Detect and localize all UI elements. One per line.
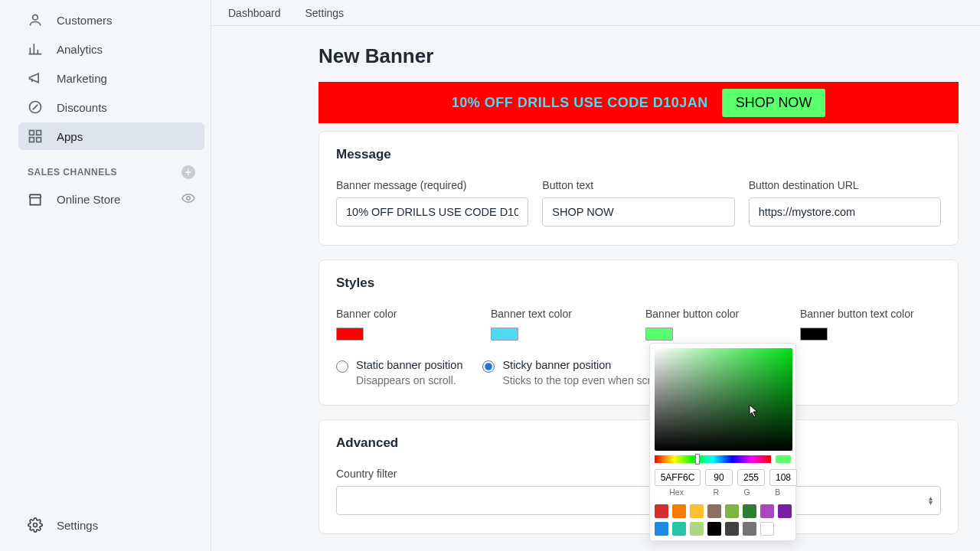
sticky-position-input[interactable] [482,360,495,373]
button-color-label: Banner button color [645,308,786,320]
r-label: R [703,487,729,497]
message-card: Message Banner message (required) Button… [318,131,959,246]
banner-preview-button[interactable]: SHOP NOW [722,89,826,117]
preset-swatch[interactable] [655,522,668,536]
sidebar-item-marketing[interactable]: Marketing [18,64,204,92]
tab-dashboard[interactable]: Dashboard [228,7,281,19]
chart-icon [28,41,43,57]
preset-swatch[interactable] [707,504,721,518]
hex-label: Hex [655,487,698,497]
static-position-input[interactable] [336,360,348,373]
online-store-label: Online Store [57,193,120,206]
megaphone-icon [28,70,43,86]
sidebar-item-label: Analytics [57,43,103,56]
hex-input[interactable] [655,469,701,486]
color-picker-gradient[interactable] [655,348,792,451]
preset-swatch[interactable] [672,522,686,536]
sidebar-item-label: Apps [57,130,83,143]
g-label: G [733,487,760,497]
banner-color-label: Banner color [336,308,477,320]
add-sales-channel-button[interactable]: + [181,165,195,179]
advanced-card-title: Advanced [336,435,941,451]
sidebar-item-analytics[interactable]: Analytics [18,35,204,63]
sidebar-online-store[interactable]: Online Store [18,185,204,214]
sidebar-item-label: Discounts [57,101,107,114]
sales-channels-label: SALES CHANNELS [28,167,117,178]
styles-card-title: Styles [336,276,941,291]
static-position-sub: Disappears on scroll. [356,374,462,386]
text-color-swatch[interactable] [491,328,518,341]
sidebar-item-customers[interactable]: Customers [18,6,204,34]
sidebar-item-discounts[interactable]: Discounts [18,93,204,121]
static-position-radio[interactable]: Static banner position Disappears on scr… [336,359,462,386]
page-title: New Banner [318,44,959,68]
g-input[interactable] [737,469,765,486]
b-label: B [765,487,791,497]
banner-preview-message: 10% OFF DRILLS USE CODE D10JAN [452,95,708,111]
settings-label: Settings [57,519,98,532]
preset-swatch[interactable] [760,522,774,536]
styles-card: Styles Banner color Banner text color Ba… [318,259,959,406]
user-icon [28,12,43,28]
chevron-updown-icon: ▴▾ [929,496,933,505]
preset-swatch[interactable] [655,504,668,518]
message-card-title: Message [336,147,941,162]
svg-point-6 [187,197,191,201]
svg-rect-4 [30,138,34,142]
button-url-label: Button destination URL [749,179,941,191]
color-picker[interactable]: Hex R G B [649,343,796,541]
button-text-label: Button text [542,179,734,191]
preset-swatch[interactable] [778,504,792,518]
apps-icon [28,129,43,144]
svg-rect-5 [37,138,41,142]
svg-rect-3 [37,131,41,135]
store-icon [28,192,43,207]
text-color-label: Banner text color [491,308,632,320]
advanced-card: Advanced Country filter ▴▾ [318,419,959,534]
color-preview-swatch [776,455,791,463]
banner-color-swatch[interactable] [336,328,364,341]
banner-message-label: Banner message (required) [336,179,528,191]
preset-swatch[interactable] [743,504,756,518]
cursor-icon [749,404,760,418]
button-text-input[interactable] [542,197,734,227]
preset-swatch[interactable] [725,504,739,518]
preset-swatch[interactable] [743,522,756,536]
button-text-color-swatch[interactable] [800,328,828,341]
static-position-title: Static banner position [356,359,462,371]
preset-swatch[interactable] [760,504,774,518]
button-url-input[interactable] [749,197,941,227]
preset-swatch[interactable] [690,522,704,536]
sidebar-item-label: Customers [57,14,113,27]
preset-swatch[interactable] [707,522,721,536]
banner-message-input[interactable] [336,197,528,227]
hue-thumb[interactable] [695,454,700,465]
svg-point-7 [34,523,38,527]
country-filter-label: Country filter [336,468,941,480]
tab-settings[interactable]: Settings [305,7,345,19]
preset-swatch[interactable] [725,522,739,536]
preset-colors [655,504,791,536]
view-store-icon[interactable] [181,191,195,207]
gear-icon [28,517,43,533]
b-input[interactable] [769,469,797,486]
preset-swatch[interactable] [690,504,704,518]
preset-swatch[interactable] [672,504,686,518]
r-input[interactable] [705,469,733,486]
hue-slider[interactable] [655,455,771,463]
discount-icon [28,99,43,115]
sidebar-item-label: Marketing [57,72,107,85]
svg-point-0 [33,15,38,20]
country-filter-select[interactable]: ▴▾ [336,486,941,515]
button-text-color-label: Banner button text color [800,308,941,320]
sidebar-settings[interactable]: Settings [18,504,204,551]
button-color-swatch[interactable] [645,328,673,341]
sidebar-item-apps[interactable]: Apps [18,122,204,150]
svg-rect-2 [30,131,34,135]
banner-preview: 10% OFF DRILLS USE CODE D10JAN SHOP NOW [318,82,959,123]
